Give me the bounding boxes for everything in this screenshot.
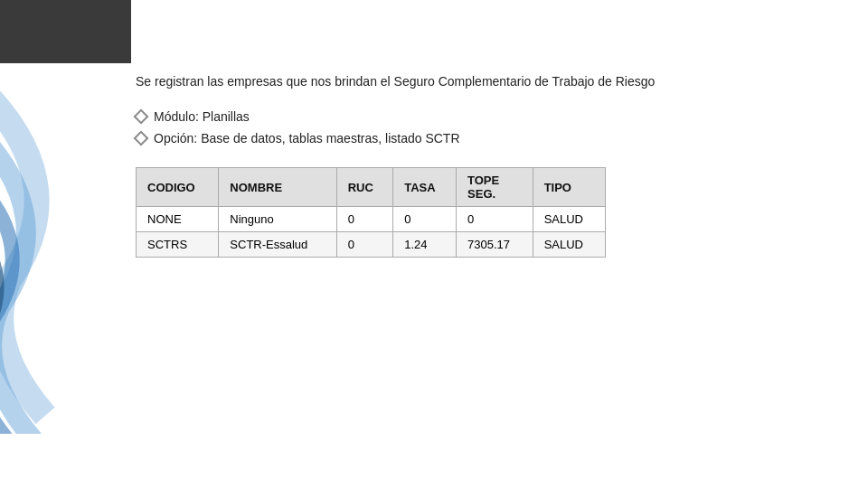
table-header-row: CODIGO NOMBRE RUC TASA TOPE SEG. TIPO (137, 168, 606, 207)
main-content: Se registran las empresas que nos brinda… (136, 54, 841, 276)
bullet-label-2: Opción: Base de datos, tablas maestras, … (154, 131, 460, 145)
th-tasa: TASA (393, 168, 457, 207)
bullet-diamond-2 (134, 131, 149, 146)
cell-tope: 7305.17 (457, 232, 533, 258)
bullet-item-opcion: Opción: Base de datos, tablas maestras, … (136, 131, 823, 145)
th-nombre: NOMBRE (219, 168, 336, 207)
cell-tasa: 1.24 (393, 232, 457, 258)
cell-tasa: 0 (393, 207, 457, 232)
cell-ruc: 0 (336, 232, 392, 258)
cell-tope: 0 (457, 207, 533, 232)
cell-nombre: SCTR-Essalud (219, 232, 336, 258)
cell-nombre: Ninguno (219, 207, 336, 232)
table-row: SCTRSSCTR-Essalud01.247305.17SALUD (137, 232, 606, 258)
th-tope: TOPE SEG. (457, 168, 533, 207)
cell-codigo: SCTRS (137, 232, 219, 258)
bullet-label-1: Módulo: Planillas (154, 109, 250, 124)
th-codigo: CODIGO (137, 168, 219, 207)
sctr-table: CODIGO NOMBRE RUC TASA TOPE SEG. TIPO NO… (136, 167, 606, 258)
bullet-list: Módulo: Planillas Opción: Base de datos,… (136, 109, 823, 145)
cell-tipo: SALUD (533, 232, 605, 258)
th-ruc: RUC (336, 168, 392, 207)
bullet-diamond-1 (134, 109, 149, 125)
th-tipo: TIPO (533, 168, 605, 207)
intro-paragraph: Se registran las empresas que nos brinda… (136, 72, 823, 91)
table-row: NONENinguno000SALUD (137, 207, 606, 232)
cell-codigo: NONE (137, 207, 219, 232)
bullet-item-modulo: Módulo: Planillas (136, 109, 823, 124)
cell-ruc: 0 (336, 207, 392, 232)
cell-tipo: SALUD (533, 207, 605, 232)
left-decoration (0, 54, 99, 434)
